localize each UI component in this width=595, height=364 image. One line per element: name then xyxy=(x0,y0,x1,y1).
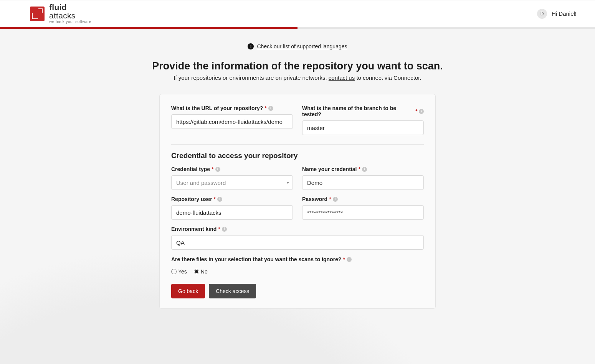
info-icon[interactable]: i xyxy=(362,167,367,172)
input-branch[interactable] xyxy=(302,120,424,135)
row-user-password: Repository user * i Password * i xyxy=(171,196,424,220)
required-mark: * xyxy=(329,196,331,202)
brand-word-2: attacks xyxy=(49,11,76,20)
input-env-kind[interactable] xyxy=(171,235,424,250)
progress-bar xyxy=(0,27,595,29)
select-cred-type-value: User and password xyxy=(171,175,293,190)
label-cred-type: Credential type * i xyxy=(171,166,293,172)
label-password-text: Password xyxy=(302,196,327,202)
info-icon[interactable]: i xyxy=(222,227,227,232)
brand-logo[interactable]: fluidattacks we hack your software xyxy=(30,3,91,24)
input-repo-url[interactable] xyxy=(171,114,293,129)
info-icon[interactable]: i xyxy=(268,106,273,111)
brand-tagline: we hack your software xyxy=(49,20,91,24)
user-menu[interactable]: D Hi Daniel! xyxy=(537,9,586,19)
label-cred-name-text: Name your credential xyxy=(302,166,357,172)
radio-icon xyxy=(171,269,177,274)
label-branch: What is the name of the branch to be tes… xyxy=(302,105,424,117)
label-env-kind-text: Environment kind xyxy=(171,226,217,232)
user-greeting: Hi Daniel! xyxy=(552,10,577,17)
check-access-button[interactable]: Check access xyxy=(209,284,256,298)
contact-us-link[interactable]: contact us xyxy=(329,74,355,81)
page-title: Provide the information of the repositor… xyxy=(152,60,443,72)
brand-word-1: fluid xyxy=(49,3,67,12)
radio-ignore-yes[interactable]: Yes xyxy=(171,268,187,275)
field-cred-name: Name your credential * i xyxy=(302,166,424,190)
required-mark: * xyxy=(343,256,345,262)
radio-no-label: No xyxy=(201,268,208,275)
avatar: D xyxy=(537,9,547,19)
info-icon[interactable]: i xyxy=(419,109,424,114)
label-repo-user: Repository user * i xyxy=(171,196,293,202)
input-cred-name[interactable] xyxy=(302,175,424,190)
page-main: ! Check our list of supported languages … xyxy=(0,29,595,324)
info-icon: ! xyxy=(248,43,254,49)
field-ignore-files: Are there files in your selection that y… xyxy=(171,256,424,275)
radio-ignore-no[interactable]: No xyxy=(194,268,208,275)
supported-languages-link[interactable]: Check our list of supported languages xyxy=(257,43,347,49)
radio-group-ignore: Yes No xyxy=(171,268,424,275)
go-back-button[interactable]: Go back xyxy=(171,284,205,298)
field-branch: What is the name of the branch to be tes… xyxy=(302,105,424,135)
info-icon[interactable]: i xyxy=(347,257,352,262)
info-icon[interactable]: i xyxy=(215,167,220,172)
label-ignore-files: Are there files in your selection that y… xyxy=(171,256,352,262)
subtitle-post: to connect via Connector. xyxy=(355,74,421,81)
page-subtitle: If your repositories or environments are… xyxy=(174,74,421,81)
progress-fill xyxy=(0,27,298,29)
row-cred-type-name: Credential type * i User and password ▾ … xyxy=(171,166,424,190)
label-repo-user-text: Repository user xyxy=(171,196,212,202)
label-cred-name: Name your credential * i xyxy=(302,166,424,172)
field-cred-type: Credential type * i User and password ▾ xyxy=(171,166,293,190)
brand-logo-mark xyxy=(30,7,45,21)
section-heading-credentials: Credential to access your repository xyxy=(171,152,424,160)
label-ignore-files-text: Are there files in your selection that y… xyxy=(171,256,341,262)
label-env-kind: Environment kind * i xyxy=(171,226,424,232)
radio-yes-label: Yes xyxy=(178,268,187,275)
row-repo-branch: What is the URL of your repository? * i … xyxy=(171,105,424,135)
required-mark: * xyxy=(358,166,360,172)
field-password: Password * i xyxy=(302,196,424,220)
label-repo-url-text: What is the URL of your repository? xyxy=(171,105,263,111)
select-cred-type[interactable]: User and password ▾ xyxy=(171,175,293,190)
field-env-kind: Environment kind * i xyxy=(171,226,424,250)
field-repo-url: What is the URL of your repository? * i xyxy=(171,105,293,135)
label-repo-url: What is the URL of your repository? * i xyxy=(171,105,293,111)
label-password: Password * i xyxy=(302,196,424,202)
button-row: Go back Check access xyxy=(171,284,424,298)
label-cred-type-text: Credential type xyxy=(171,166,210,172)
info-icon[interactable]: i xyxy=(217,197,222,202)
field-repo-user: Repository user * i xyxy=(171,196,293,220)
required-mark: * xyxy=(214,196,216,202)
divider xyxy=(171,144,424,145)
row-env-kind: Environment kind * i xyxy=(171,226,424,250)
input-repo-user[interactable] xyxy=(171,205,293,220)
input-password[interactable] xyxy=(302,205,424,220)
required-mark: * xyxy=(218,226,220,232)
supported-languages-notice: ! Check our list of supported languages xyxy=(248,43,347,49)
radio-icon-selected xyxy=(194,269,199,274)
subtitle-pre: If your repositories or environments are… xyxy=(174,74,329,81)
required-mark: * xyxy=(415,108,417,114)
info-icon[interactable]: i xyxy=(333,197,338,202)
required-mark: * xyxy=(212,166,213,172)
topbar: fluidattacks we hack your software D Hi … xyxy=(0,0,595,27)
brand-logo-text: fluidattacks we hack your software xyxy=(49,3,91,24)
form-card: What is the URL of your repository? * i … xyxy=(159,94,436,309)
required-mark: * xyxy=(264,105,266,111)
label-branch-text: What is the name of the branch to be tes… xyxy=(302,105,414,117)
